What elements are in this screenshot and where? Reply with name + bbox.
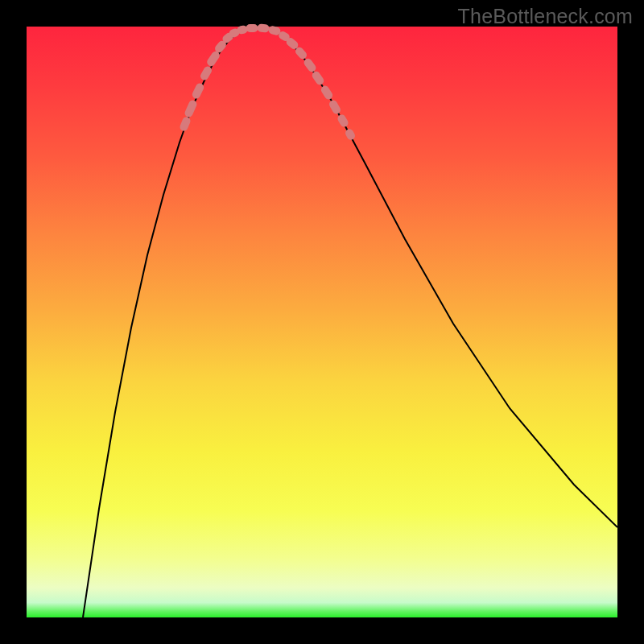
curve-markers	[179, 23, 357, 141]
watermark-text: TheBottleneck.com	[458, 5, 633, 28]
curve-marker	[184, 99, 198, 118]
curve-marker	[257, 23, 270, 32]
curve-marker	[320, 85, 334, 101]
curve-marker	[336, 114, 350, 129]
chart-container: TheBottleneck.com	[0, 0, 644, 644]
plot-area	[27, 27, 617, 617]
curve-marker	[328, 99, 342, 116]
bottleneck-curve	[83, 27, 617, 617]
curve-marker	[246, 24, 258, 32]
curve-marker	[344, 127, 357, 141]
curve-marker	[179, 116, 192, 132]
curve-marker	[311, 70, 325, 87]
curve-svg	[27, 27, 617, 617]
